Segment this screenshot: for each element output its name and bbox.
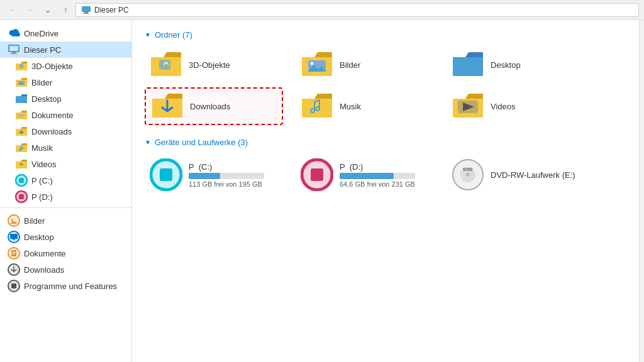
svg-point-52 <box>466 173 470 177</box>
folder-musik[interactable]: Musik <box>296 87 434 125</box>
sidebar-item-downloads[interactable]: Downloads <box>0 123 131 140</box>
recent-button[interactable]: ⌄ <box>40 3 55 18</box>
sidebar-item-videos[interactable]: Videos <box>0 156 131 172</box>
folder-desktop-icon-lg <box>452 51 484 79</box>
folder-downloads-label: Downloads <box>190 102 230 111</box>
sidebar-label-dokumente2: Dokumente <box>24 249 65 258</box>
scrollbar[interactable] <box>639 20 644 362</box>
folder-desktop[interactable]: Desktop <box>447 47 585 82</box>
sidebar-item-c-drive[interactable]: P (C:) <box>0 172 131 189</box>
sidebar-label-bilder: Bilder <box>31 78 52 87</box>
folders-section-label: Ordner (7) <box>155 30 192 40</box>
svg-rect-10 <box>18 114 25 116</box>
drive-e-name: DVD-RW-Laufwerk (E:) <box>491 170 575 180</box>
svg-rect-7 <box>19 64 23 68</box>
drive-d-icon <box>15 190 28 203</box>
sidebar-item-dokumente2[interactable]: Dokumente <box>0 245 131 261</box>
svg-point-22 <box>11 219 13 221</box>
folder-videos-label: Videos <box>491 102 516 111</box>
drive-c-icon <box>15 174 28 187</box>
sidebar: OneDrive Dieser PC <box>0 20 132 362</box>
drives-section-header[interactable]: ▼ Geräte und Laufwerke (3) <box>145 138 626 147</box>
svg-rect-4 <box>9 46 18 51</box>
sidebar-item-bilder2[interactable]: Bilder <box>0 212 131 229</box>
back-button[interactable]: ← <box>5 3 20 18</box>
sidebar-item-desktop2[interactable]: Desktop <box>0 229 131 245</box>
folder-musik-label: Musik <box>340 102 361 111</box>
folder-musik-icon-lg <box>301 92 333 120</box>
sidebar-label-bilder2: Bilder <box>24 216 45 226</box>
folder-3d-icon-lg <box>150 51 182 79</box>
svg-rect-18 <box>19 194 24 199</box>
drive-e-info: DVD-RW-Laufwerk (E:) <box>491 170 575 180</box>
sidebar-item-desktop[interactable]: Desktop <box>0 90 131 107</box>
svg-text:DVD: DVD <box>464 167 473 172</box>
drive-c-free: 113 GB frei von 195 GB <box>189 180 264 188</box>
folder-downloads[interactable]: Downloads <box>145 87 283 125</box>
drive-e-icon-lg: DVD <box>452 158 484 191</box>
svg-rect-48 <box>311 168 323 181</box>
address-bar[interactable]: Dieser PC <box>75 3 639 17</box>
sidebar-item-d-drive[interactable]: P (D:) <box>0 189 131 205</box>
folder-docs-icon <box>15 109 28 121</box>
drive-d-bar <box>340 173 415 179</box>
folder-videos-icon-lg <box>452 92 484 120</box>
drives-grid: P (C:) 113 GB frei von 195 GB <box>145 155 626 195</box>
drive-d[interactable]: P (D:) 64,6 GB frei von 231 GB <box>296 155 434 195</box>
svg-rect-15 <box>19 178 24 183</box>
circle-bilder-icon <box>8 214 20 227</box>
drive-d-icon-lg <box>301 158 333 191</box>
circle-downloads-icon <box>8 263 20 276</box>
sidebar-label-dieser-pc: Dieser PC <box>24 45 61 55</box>
titlebar: ← → ⌄ ↑ Dieser PC <box>0 0 644 20</box>
svg-point-40 <box>311 62 314 65</box>
svg-rect-30 <box>12 252 16 253</box>
drive-d-info: P (D:) 64,6 GB frei von 231 GB <box>340 162 415 188</box>
folder-3d-label: 3D-Objekte <box>189 60 230 70</box>
sidebar-item-3d[interactable]: 3D-Objekte <box>0 58 131 74</box>
sidebar-item-downloads2[interactable]: Downloads <box>0 261 131 278</box>
folder-videos[interactable]: Videos <box>447 87 585 125</box>
folder-3d-objekte[interactable]: 3D-Objekte <box>145 47 283 82</box>
sidebar-label-downloads: Downloads <box>31 127 72 136</box>
circle-desktop-icon <box>8 231 20 243</box>
folder-downloads-icon <box>15 125 28 138</box>
drive-e[interactable]: DVD DVD-RW-Laufwerk (E:) <box>447 155 585 195</box>
folder-video-icon <box>15 158 28 170</box>
sidebar-item-programme[interactable]: Programme und Features <box>0 278 131 294</box>
sidebar-item-bilder[interactable]: Bilder <box>0 74 131 90</box>
svg-rect-6 <box>10 53 18 55</box>
circle-programme-icon <box>8 280 20 292</box>
forward-button[interactable]: → <box>23 3 38 18</box>
folder-pictures-icon <box>15 76 28 89</box>
svg-rect-31 <box>12 254 15 255</box>
svg-rect-2 <box>83 13 89 14</box>
sidebar-item-musik[interactable]: Musik <box>0 140 131 156</box>
folders-chevron: ▼ <box>145 31 151 38</box>
folder-3d-icon <box>15 60 28 72</box>
sidebar-label-dokumente: Dokumente <box>31 111 73 120</box>
sidebar-label-3d: 3D-Objekte <box>31 62 73 71</box>
svg-rect-25 <box>10 234 18 239</box>
sidebar-label-onedrive: OneDrive <box>24 29 58 38</box>
drive-c-bar-fill <box>189 173 220 179</box>
drive-c-icon-lg <box>150 158 182 191</box>
folders-section-header[interactable]: ▼ Ordner (7) <box>145 30 626 40</box>
svg-rect-29 <box>11 250 16 256</box>
up-button[interactable]: ↑ <box>58 3 73 18</box>
sidebar-label-downloads2: Downloads <box>24 265 64 275</box>
drive-c-name: P (C:) <box>189 162 264 172</box>
drive-c[interactable]: P (C:) 113 GB frei von 195 GB <box>145 155 283 195</box>
content-area: ▼ Ordner (7) 3D-Objekte <box>132 20 639 362</box>
drive-d-name: P (D:) <box>340 162 415 172</box>
sidebar-label-desktop2: Desktop <box>24 233 54 242</box>
sidebar-item-dokumente[interactable]: Dokumente <box>0 107 131 123</box>
folder-bilder[interactable]: Bilder <box>296 47 434 82</box>
folder-bilder-label: Bilder <box>340 60 360 70</box>
sidebar-item-dieser-pc[interactable]: Dieser PC <box>0 41 131 58</box>
folder-downloads-icon-lg <box>151 92 184 120</box>
drive-c-info: P (C:) 113 GB frei von 195 GB <box>189 162 264 188</box>
sidebar-item-onedrive[interactable]: OneDrive <box>0 25 131 41</box>
main-layout: OneDrive Dieser PC <box>0 20 644 362</box>
svg-rect-36 <box>11 283 16 288</box>
